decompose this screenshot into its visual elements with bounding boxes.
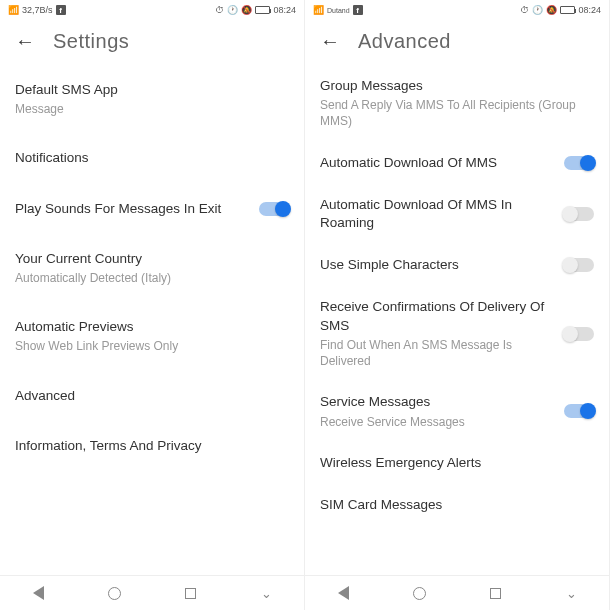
clock-icon: 🕐 — [227, 5, 238, 15]
dnd-icon: 🔕 — [241, 5, 252, 15]
nav-back-button[interactable] — [30, 585, 46, 601]
nav-drawer-button[interactable]: ⌄ — [563, 585, 579, 601]
advanced-screen: 📶 Dutand f ⏱ 🕐 🔕 08:24 ← Advanced Group … — [305, 0, 610, 610]
nav-bar: ⌄ — [305, 575, 609, 610]
facebook-icon: f — [353, 5, 363, 15]
nav-home-button[interactable] — [411, 585, 427, 601]
facebook-icon: f — [56, 5, 66, 15]
item-title: Automatic Download Of MMS In Roaming — [320, 196, 554, 232]
previews-item[interactable]: Automatic Previews Show Web Link Preview… — [0, 300, 304, 368]
signal-icon: 📶 — [8, 5, 19, 15]
item-sub: Find Out When An SMS Message Is Delivere… — [320, 337, 554, 369]
nav-drawer-button[interactable]: ⌄ — [258, 585, 274, 601]
header: ← Settings — [0, 20, 304, 63]
item-title: Play Sounds For Messages In Exit — [15, 200, 249, 218]
status-time: 08:24 — [578, 5, 601, 15]
advanced-list: Group Messages Send A Reply Via MMS To A… — [305, 63, 609, 575]
nav-home-button[interactable] — [106, 585, 122, 601]
item-title: SIM Card Messages — [320, 496, 594, 514]
notifications-item[interactable]: Notifications — [0, 131, 304, 181]
back-arrow-icon[interactable]: ← — [15, 30, 35, 53]
item-title: Group Messages — [320, 77, 594, 95]
item-sub: Automatically Detected (Italy) — [15, 270, 289, 286]
item-title: Your Current Country — [15, 250, 289, 268]
delivery-confirmations-item[interactable]: Receive Confirmations Of Delivery Of SMS… — [305, 284, 609, 379]
item-title: Information, Terms And Privacy — [15, 437, 289, 455]
auto-download-roaming-item[interactable]: Automatic Download Of MMS In Roaming — [305, 182, 609, 242]
simple-characters-toggle[interactable] — [564, 258, 594, 272]
network-speed: 32,7B/s — [22, 5, 53, 15]
item-title: Receive Confirmations Of Delivery Of SMS — [320, 298, 554, 334]
item-title: Service Messages — [320, 393, 554, 411]
settings-list: Default SMS App Message Notifications Pl… — [0, 63, 304, 575]
page-title: Settings — [53, 30, 129, 53]
nav-recent-button[interactable] — [182, 585, 198, 601]
service-messages-item[interactable]: Service Messages Receive Service Message… — [305, 379, 609, 439]
service-messages-toggle[interactable] — [564, 404, 594, 418]
page-title: Advanced — [358, 30, 451, 53]
clock-icon: 🕐 — [532, 5, 543, 15]
status-bar: 📶 Dutand f ⏱ 🕐 🔕 08:24 — [305, 0, 609, 20]
alarm-icon: ⏱ — [215, 5, 224, 15]
dnd-icon: 🔕 — [546, 5, 557, 15]
play-sounds-item[interactable]: Play Sounds For Messages In Exit — [0, 182, 304, 232]
auto-download-mms-item[interactable]: Automatic Download Of MMS — [305, 140, 609, 182]
header: ← Advanced — [305, 20, 609, 63]
default-sms-app-item[interactable]: Default SMS App Message — [0, 63, 304, 131]
settings-screen: 📶 32,7B/s f ⏱ 🕐 🔕 08:24 ← Settings Defau… — [0, 0, 305, 610]
delivery-confirmations-toggle[interactable] — [564, 327, 594, 341]
auto-download-roaming-toggle[interactable] — [564, 207, 594, 221]
item-title: Notifications — [15, 149, 289, 167]
item-title: Wireless Emergency Alerts — [320, 454, 594, 472]
signal-icon: 📶 — [313, 5, 324, 15]
simple-characters-item[interactable]: Use Simple Characters — [305, 242, 609, 284]
nav-back-button[interactable] — [335, 585, 351, 601]
item-title: Advanced — [15, 387, 289, 405]
play-sounds-toggle[interactable] — [259, 202, 289, 216]
item-sub: Show Web Link Previews Only — [15, 338, 289, 354]
advanced-item[interactable]: Advanced — [0, 369, 304, 419]
item-title: Automatic Download Of MMS — [320, 154, 554, 172]
carrier-text: Dutand — [327, 7, 350, 14]
item-title: Automatic Previews — [15, 318, 289, 336]
item-sub: Message — [15, 101, 289, 117]
back-arrow-icon[interactable]: ← — [320, 30, 340, 53]
status-time: 08:24 — [273, 5, 296, 15]
item-sub: Send A Reply Via MMS To All Recipients (… — [320, 97, 594, 129]
country-item[interactable]: Your Current Country Automatically Detec… — [0, 232, 304, 300]
sim-messages-item[interactable]: SIM Card Messages — [305, 482, 609, 524]
alarm-icon: ⏱ — [520, 5, 529, 15]
status-bar: 📶 32,7B/s f ⏱ 🕐 🔕 08:24 — [0, 0, 304, 20]
nav-bar: ⌄ — [0, 575, 304, 610]
auto-download-mms-toggle[interactable] — [564, 156, 594, 170]
wireless-alerts-item[interactable]: Wireless Emergency Alerts — [305, 440, 609, 482]
group-messages-item[interactable]: Group Messages Send A Reply Via MMS To A… — [305, 63, 609, 140]
item-title: Use Simple Characters — [320, 256, 554, 274]
item-title: Default SMS App — [15, 81, 289, 99]
battery-icon — [255, 6, 270, 14]
info-terms-item[interactable]: Information, Terms And Privacy — [0, 419, 304, 469]
nav-recent-button[interactable] — [487, 585, 503, 601]
item-sub: Receive Service Messages — [320, 414, 554, 430]
battery-icon — [560, 6, 575, 14]
